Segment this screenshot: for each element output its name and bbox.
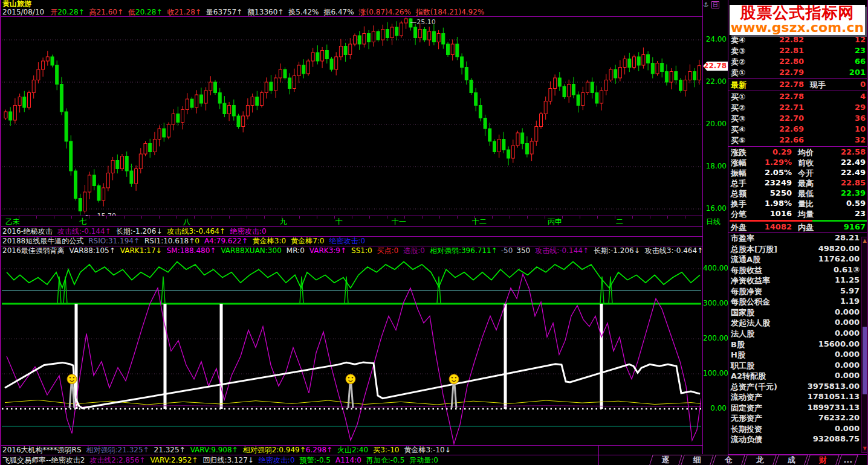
financial-row: 每股净资5.97: [728, 286, 868, 297]
ohlc-field: 量63757: [206, 8, 236, 16]
ohlc-field: ↑: [117, 8, 123, 16]
indicator-value: 回归线:3.127↓: [202, 456, 253, 464]
financial-row: 国家股0.000: [728, 307, 868, 318]
indicator-value: 2016最佳强弱背离: [2, 246, 65, 255]
ohlc-field: ↑: [195, 8, 201, 16]
indicator-header-3[interactable]: 2016最佳强弱背离VAR88:105↑VARK1:17↓SM:188.480↑…: [2, 246, 702, 255]
quote-row: 卖①22.79201: [728, 68, 868, 79]
quote-row: 买④22.6910: [728, 124, 868, 135]
indicator-value: VAR88XUAN:300: [221, 246, 281, 255]
financial-row: 法人股0.000: [728, 329, 868, 339]
axis-tick-label: 24.00: [703, 36, 727, 43]
indicator-value: VARV:2.952↑: [150, 456, 198, 464]
axis-tick-label: 16.00: [703, 205, 727, 213]
indicator-value: 火山2:40: [337, 446, 368, 454]
ohlc-field: ↑: [277, 8, 283, 16]
financial-row: 流动资产1781051.13: [728, 392, 868, 402]
indicator-value: 攻击线3:-0.464↑: [167, 227, 225, 236]
time-axis-label: 丙申: [548, 217, 562, 227]
indicator-value: 买3:-10: [373, 446, 399, 454]
separator: [728, 146, 868, 147]
indicator-value: 黄金棒3:0: [253, 237, 286, 245]
indicator-header-1[interactable]: 2016-绝秘攻击攻击线:-0.144↑长期:-1.206↓攻击线3:-0.46…: [2, 227, 702, 236]
time-axis-label: 二: [616, 217, 623, 227]
separator: [728, 454, 868, 455]
indicator-value: 相对强弱:396.711↑: [430, 246, 497, 255]
indicator-value: 攻击线:-0.144↑: [535, 246, 589, 255]
indicator-value: 再加仓:-0.5: [366, 456, 404, 464]
indicator-value: MR:0: [287, 246, 305, 255]
outer-inner-ratio-bar: [730, 220, 867, 222]
indicator-value: VARK1:17↓: [120, 246, 162, 255]
ohlc-field: 高: [89, 8, 97, 16]
time-axis-label: 十一: [392, 217, 406, 227]
indicator-value: 绝密攻击:0: [259, 456, 295, 464]
indicator-footer-1[interactable]: 2016大机构****强弱RS相对强弱:21.325↑21.325↑VARV:9…: [2, 446, 597, 455]
financial-row: 长期投资0.000: [728, 424, 868, 434]
ohlc-field: 21.28: [174, 8, 195, 16]
financial-row: 流动负债932088.75: [728, 434, 868, 444]
price-axis: 22.78 日线 24.0022.0020.0018.0016.00400.00…: [703, 0, 728, 454]
financial-row: 无形资产76232.20: [728, 413, 868, 423]
axis-tick-label: 100.00: [703, 370, 727, 377]
axis-tick-label: 20.00: [703, 120, 727, 128]
indicator-value: 0: [195, 237, 199, 245]
ohlc-field: 20.28: [135, 8, 156, 16]
quote-sidebar: ▲ ▼ 卖④22.8212卖③22.8123卖②22.8066卖①22.7920…: [728, 0, 868, 465]
info-row: 振幅2.05%今开22.49: [728, 168, 868, 179]
candlestick-chart[interactable]: ~—15.70—25.10: [2, 17, 701, 216]
stock-title: 黄山旅游: [2, 0, 31, 8]
trading-app-window: 黄山旅游 ⚓日 2015/08/10开20.28↑高21.60↑低20.28↑收…: [0, 0, 868, 465]
separator: [728, 79, 868, 79]
axis-tick-label: 0.00: [703, 405, 727, 412]
tab-逐[interactable]: 逐: [649, 455, 682, 465]
financial-row: 发起法人股0.000: [728, 318, 868, 328]
ad-banner-title: 股票公式指标网: [730, 5, 865, 21]
indicator-footer-2[interactable]: 飞狐交易师率--绝密攻击2攻击线2:2.856↑VARV:2.952↑回归线:3…: [2, 456, 597, 465]
financial-row: 每股收益0.61③: [728, 265, 868, 275]
svg-text:—25.10: —25.10: [410, 18, 436, 26]
indicator-value: 飞狐交易师率--绝密攻击2: [2, 456, 85, 464]
financial-row: 市盈率28.21: [728, 233, 868, 243]
ohlc-field: 额13360: [247, 8, 277, 16]
indicator-value: RSIO:31.194↑: [88, 237, 140, 245]
ohlc-field: 指数(184.21)4.92%: [416, 8, 484, 16]
financial-row: B股15600.00: [728, 339, 868, 350]
indicator-value: 相对强弱2:0.949↑: [243, 446, 306, 454]
quote-row: 卖②22.8066: [728, 57, 868, 68]
indicator-value: -50: [501, 246, 513, 255]
indicator-value: A114:0: [335, 456, 361, 464]
indicator-value: 长期:-1.206↓: [594, 246, 640, 255]
axis-tick-label: 18.00: [703, 162, 727, 170]
ad-banner-url: www.gszx.com.cn: [730, 21, 865, 34]
indicator-value: 2016大机构****强弱RS: [2, 446, 82, 454]
financial-row: A2转配股0.000: [728, 371, 868, 381]
financial-row: 总股本[万股]49820.00: [728, 244, 868, 254]
info-row: 换手1.98%量比0.59: [728, 199, 868, 210]
ohlc-field: ↑: [79, 8, 85, 16]
time-axis-label: 十: [335, 217, 343, 227]
quote-row: 买⑤22.6632: [728, 135, 868, 146]
financial-row: H股0.000: [728, 350, 868, 360]
indicator-value: 绝密攻击:0: [329, 237, 365, 245]
ohlc-field: ↑: [156, 8, 162, 16]
indicator-header-2[interactable]: 20188短线最牛逼的公式RSIO:31.194↑RSI1:10.618↑0A4…: [2, 237, 702, 246]
axis-tick-label: 400.00: [703, 265, 727, 272]
financial-row: 总资产(千元)3975813.00: [728, 382, 868, 392]
info-row: 涨跌0.29均价22.58: [728, 147, 868, 158]
time-axis-label: 八: [183, 217, 190, 227]
indicator-chart[interactable]: [2, 257, 701, 445]
tab-细[interactable]: 细: [681, 455, 714, 465]
period-label[interactable]: 日线: [706, 217, 721, 227]
indicator-value: 买点:0: [377, 246, 399, 255]
window-border: [0, 0, 1, 465]
financial-row: 每股公积金1.19: [728, 297, 868, 307]
time-axis-label: 十二: [472, 217, 487, 227]
indicator-value: A4:79.622↑: [204, 237, 248, 245]
ad-banner[interactable]: 股票公式指标网 www.gszx.com.cn: [730, 5, 865, 35]
indicator-value: 6.298↑: [306, 446, 332, 454]
indicator-value: 预警:-0.5: [300, 456, 331, 464]
info-row: 涨幅1.29%前收22.49: [728, 158, 868, 168]
quote-row: 卖③22.8123: [728, 46, 868, 57]
time-axis[interactable]: 乙未七八九十十一十二丙申二: [2, 216, 702, 226]
